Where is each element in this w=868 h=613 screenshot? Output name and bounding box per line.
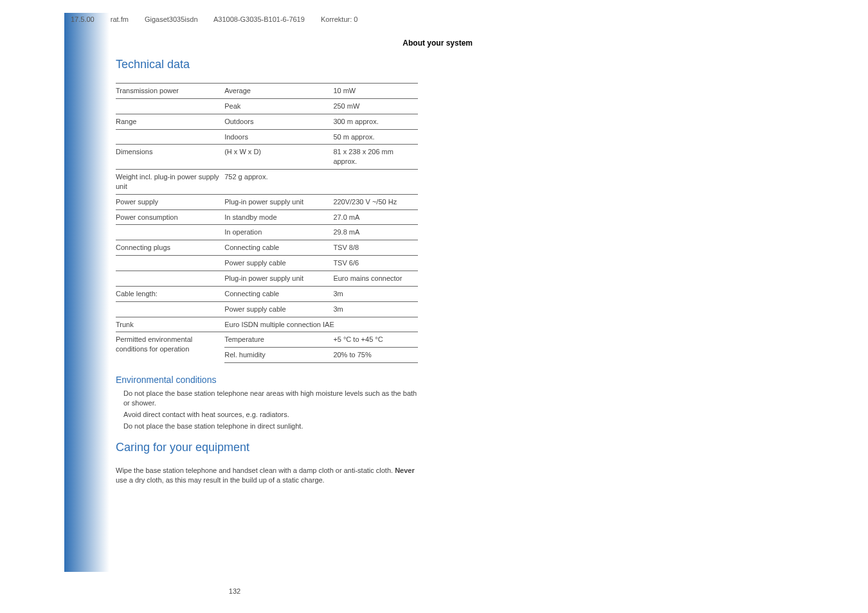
cell: Trunk	[116, 317, 224, 332]
cell: 10 mW	[333, 84, 418, 99]
page-number: 132	[0, 587, 669, 595]
cell: Transmission power	[116, 84, 224, 99]
cell: 50 m approx.	[333, 129, 418, 145]
cell: 300 m approx.	[333, 114, 418, 129]
technical-data-table: Transmission powerAverage10 mWPeak250 mW…	[116, 83, 418, 363]
cell: Dimensions	[116, 145, 224, 170]
cell: Power supply	[116, 194, 224, 209]
table-row: Power supply cableTSV 6/6	[116, 256, 418, 271]
cell: Cable length:	[116, 286, 224, 301]
list-item: Do not place the base station telephone …	[123, 389, 418, 408]
cell: 3m	[333, 286, 418, 301]
cell	[116, 271, 224, 286]
cell	[116, 129, 224, 145]
cell: Rel. humidity	[224, 348, 333, 363]
cell: Euro ISDN multiple connection IAE	[224, 317, 418, 332]
cell: Plug-in power supply unit	[224, 271, 333, 286]
table-row: Power supplyPlug-in power supply unit220…	[116, 194, 418, 209]
cell: 81 x 238 x 206 mm approx.	[333, 145, 418, 170]
cell: +5 °C to +45 °C	[333, 332, 418, 348]
environmental-conditions-heading: Environmental conditions	[116, 375, 418, 385]
table-row: Peak250 mW	[116, 98, 418, 114]
cell: Average	[224, 84, 333, 99]
cell: 250 mW	[333, 98, 418, 114]
cell: 220V/230 V ~/50 Hz	[333, 194, 418, 209]
table-row: Indoors50 m approx.	[116, 129, 418, 145]
cell	[333, 170, 418, 195]
cell: Power supply cable	[224, 256, 333, 271]
caring-heading: Caring for your equipment	[116, 441, 418, 454]
caring-pre: Wipe the base station telephone and hand…	[116, 466, 395, 474]
cell: Indoors	[224, 129, 333, 145]
cell: 752 g approx.	[224, 170, 333, 195]
header-product: Gigaset3035isdn	[145, 15, 198, 23]
table-row: Permitted environmental conditions for o…	[116, 332, 418, 348]
cell: TSV 8/8	[333, 240, 418, 256]
cell: 27.0 mA	[333, 209, 418, 225]
cell: Connecting plugs	[116, 240, 224, 256]
header-date: 17.5.00	[71, 15, 95, 23]
cell	[116, 256, 224, 271]
cell: TSV 6/6	[333, 256, 418, 271]
cell	[116, 98, 224, 114]
caring-text: Wipe the base station telephone and hand…	[116, 466, 418, 485]
cell: (H x W x D)	[224, 145, 333, 170]
cell: Plug-in power supply unit	[224, 194, 333, 209]
table-row: RangeOutdoors300 m approx.	[116, 114, 418, 129]
list-item: Avoid direct contact with heat sources, …	[123, 410, 418, 420]
table-row: Power consumptionIn standby mode27.0 mA	[116, 209, 418, 225]
header-file: rat.fm	[111, 15, 129, 23]
caring-post: use a dry cloth, as this may result in t…	[116, 476, 325, 484]
header-partno: A31008-G3035-B101-6-7619	[213, 15, 305, 23]
cell: Connecting cable	[224, 240, 333, 256]
technical-data-heading: Technical data	[116, 58, 418, 71]
content-column: Technical data Transmission powerAverage…	[116, 58, 418, 487]
table-row: Weight incl. plug-in power supply unit75…	[116, 170, 418, 195]
table-row: Dimensions(H x W x D)81 x 238 x 206 mm a…	[116, 145, 418, 170]
cell: 3m	[333, 301, 418, 317]
header-korrektur: Korrektur: 0	[321, 15, 357, 23]
cell: Power supply cable	[224, 301, 333, 317]
cell: Weight incl. plug-in power supply unit	[116, 170, 224, 195]
cell: Peak	[224, 98, 333, 114]
cell: Outdoors	[224, 114, 333, 129]
cell: In operation	[224, 225, 333, 240]
cell: Connecting cable	[224, 286, 333, 301]
gradient-sidebar	[64, 13, 109, 572]
table-row: TrunkEuro ISDN multiple connection IAE	[116, 317, 418, 332]
caring-bold: Never	[395, 466, 415, 474]
table-row: Power supply cable3m	[116, 301, 418, 317]
list-item: Do not place the base station telephone …	[123, 422, 418, 431]
table-row: In operation29.8 mA	[116, 225, 418, 240]
cell: Range	[116, 114, 224, 129]
header-line: 17.5.00 rat.fm Gigaset3035isdn A31008-G3…	[71, 15, 372, 23]
cell: In standby mode	[224, 209, 333, 225]
table-row: Transmission powerAverage10 mW	[116, 84, 418, 99]
cell	[116, 301, 224, 317]
table-row: Connecting plugsConnecting cableTSV 8/8	[116, 240, 418, 256]
table-row: Cable length:Connecting cable3m	[116, 286, 418, 301]
section-title: About your system	[402, 39, 473, 48]
table-row: Plug-in power supply unitEuro mains conn…	[116, 271, 418, 286]
cell: Euro mains connector	[333, 271, 418, 286]
cell: 29.8 mA	[333, 225, 418, 240]
cell: Permitted environmental conditions for o…	[116, 332, 224, 363]
cell: Temperature	[224, 332, 333, 348]
cell: 20% to 75%	[333, 348, 418, 363]
cell	[116, 225, 224, 240]
cell: Power consumption	[116, 209, 224, 225]
